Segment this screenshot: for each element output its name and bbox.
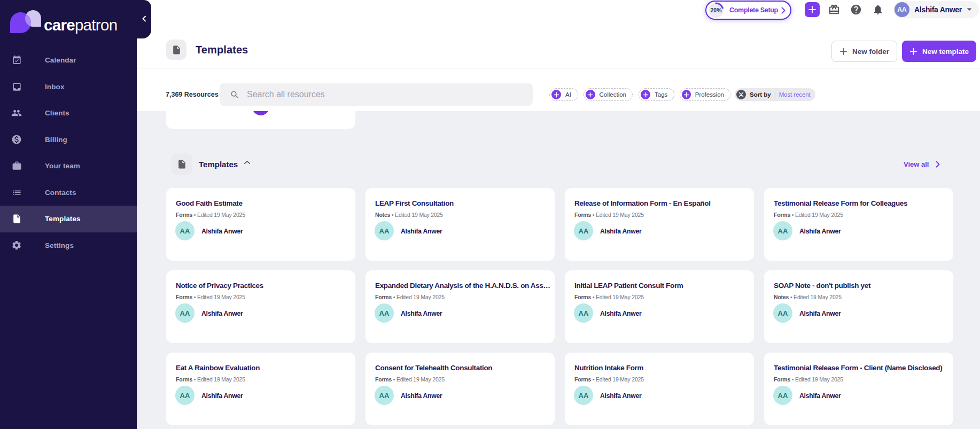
card-type: Forms (375, 294, 392, 300)
new-template-button[interactable]: New template (902, 41, 976, 62)
card-owner-name: Alshifa Anwer (600, 310, 642, 317)
card-owner-name: Alshifa Anwer (201, 228, 243, 235)
template-card[interactable]: LEAP First Consultation Notes • Edited 1… (365, 188, 555, 261)
card-owner-avatar: AA (773, 303, 792, 323)
template-card[interactable]: Eat A Rainbow Evaluation Forms • Edited … (166, 353, 355, 425)
template-card[interactable]: Consent for Telehealth Consultation Form… (365, 353, 555, 425)
card-owner-avatar: AA (175, 303, 195, 323)
section-icon-box (171, 153, 192, 175)
template-card[interactable]: Notice of Privacy Practices Forms • Edit… (166, 270, 355, 343)
partial-card[interactable] (166, 111, 355, 129)
sidebar-item-clients[interactable]: Clients (0, 100, 137, 127)
card-owner-name: Alshifa Anwer (600, 392, 642, 400)
sidebar-item-billing[interactable]: Billing (0, 127, 137, 153)
header-divider (137, 68, 980, 68)
filter-chip-collection[interactable]: Collection (584, 88, 633, 101)
new-folder-button[interactable]: New folder (831, 41, 897, 62)
content-area: Templates View all Good Faith Estimate F… (137, 111, 980, 429)
user-name: Alshifa Anwer (914, 5, 962, 14)
help-icon (850, 4, 862, 15)
close-icon (738, 92, 744, 97)
chevron-right-icon (936, 161, 940, 168)
template-card[interactable]: Initial LEAP Patient Consult Form Forms … (565, 270, 754, 343)
carepatron-logo-icon (10, 10, 41, 33)
sidebar-item-contacts[interactable]: Contacts (0, 180, 137, 206)
sort-value[interactable]: Most recent (779, 91, 811, 98)
card-title: LEAP First Consultation (375, 199, 553, 207)
card-title: Notice of Privacy Practices (176, 282, 353, 290)
logo-text-bold: care (44, 16, 75, 34)
carepatron-logo-text: carepatron (44, 17, 117, 33)
filter-chip-label: Collection (600, 91, 627, 98)
template-card[interactable]: Nutrition Intake Form Forms • Edited 19 … (565, 353, 754, 425)
carepatron-logo: carepatron (10, 10, 117, 33)
template-card[interactable]: Release of Information Form - En Español… (565, 188, 754, 261)
plus-icon (909, 48, 917, 56)
sidebar-item-label: Templates (45, 215, 81, 223)
card-owner-avatar: AA (175, 221, 195, 240)
calendar-icon (11, 55, 22, 66)
filter-chip-ai[interactable]: AI (549, 88, 578, 101)
card-meta: Forms • Edited 19 May 2025 (375, 376, 445, 383)
sidebar-collapse-button[interactable] (137, 0, 151, 38)
card-title: SOAP Note - don't publish yet (774, 282, 951, 290)
sidebar-item-calendar[interactable]: Calendar (0, 47, 137, 74)
card-owner-avatar: AA (773, 221, 792, 240)
card-edited: • Edited 19 May 2025 (789, 294, 842, 300)
search-icon (230, 90, 240, 100)
card-type: Forms (574, 294, 591, 300)
card-type: Forms (774, 212, 790, 218)
plus-circle-icon (586, 90, 595, 99)
template-card[interactable]: SOAP Note - don't publish yet Notes • Ed… (764, 270, 953, 343)
card-edited: • Edited 19 May 2025 (192, 294, 245, 300)
plus-circle-icon (682, 90, 691, 99)
card-meta: Forms • Edited 19 May 2025 (574, 294, 644, 300)
search-input[interactable] (247, 90, 533, 99)
notifications-button[interactable] (872, 3, 884, 16)
view-all-link[interactable]: View all (904, 160, 940, 168)
filter-chip-tags[interactable]: Tags (639, 88, 674, 101)
filter-chip-profession[interactable]: Profession (680, 88, 730, 101)
sidebar-item-inbox[interactable]: Inbox (0, 74, 137, 100)
card-owner-name: Alshifa Anwer (401, 392, 442, 400)
sidebar-nav: CalendarInboxClientsBillingYour teamCont… (0, 47, 137, 259)
template-card[interactable]: Good Faith Estimate Forms • Edited 19 Ma… (166, 188, 355, 261)
gifts-button[interactable] (828, 3, 841, 16)
complete-setup-button[interactable]: 20% Complete Setup (705, 1, 791, 20)
card-owner-avatar: AA (574, 303, 593, 323)
card-owner-avatar: AA (175, 386, 195, 405)
clear-sort-button[interactable] (736, 90, 746, 99)
sidebar-item-label: Calendar (45, 56, 76, 64)
card-type: Notes (774, 294, 789, 300)
sidebar-item-templates[interactable]: Templates (0, 206, 137, 232)
new-template-label: New template (922, 48, 969, 56)
card-title: Expanded Dietary Analysis of the H.A.N.D… (375, 282, 553, 290)
template-card[interactable]: Expanded Dietary Analysis of the H.A.N.D… (365, 270, 555, 343)
setup-percent: 20% (707, 2, 725, 19)
bell-icon (872, 4, 884, 15)
sidebar-item-your-team[interactable]: Your team (0, 153, 137, 180)
template-card[interactable]: Testimonial Release Form for Colleagues … (764, 188, 953, 261)
template-card[interactable]: Testimonial Release Form - Client (Name … (764, 353, 953, 425)
card-edited: • Edited 19 May 2025 (392, 294, 445, 300)
card-owner-name: Alshifa Anwer (201, 392, 243, 400)
clients-icon (11, 108, 22, 119)
card-meta: Forms • Edited 19 May 2025 (176, 212, 245, 218)
chevron-right-icon (781, 7, 785, 14)
sort-chip[interactable]: Sort by Most recent (735, 88, 815, 101)
new-folder-label: New folder (852, 48, 889, 56)
quick-add-button[interactable] (805, 2, 820, 17)
filter-chip-label: AI (565, 91, 571, 98)
account-menu[interactable]: AA Alshifa Anwer (893, 1, 979, 18)
chevron-up-icon[interactable] (244, 160, 251, 165)
card-owner-name: Alshifa Anwer (600, 228, 642, 235)
card-meta: Forms • Edited 19 May 2025 (375, 294, 445, 300)
templates-icon (11, 214, 22, 224)
sidebar-item-settings[interactable]: Settings (0, 232, 137, 259)
sidebar-item-label: Settings (45, 241, 74, 249)
help-button[interactable] (850, 3, 862, 16)
view-all-label: View all (904, 160, 929, 168)
card-meta: Forms • Edited 19 May 2025 (176, 294, 245, 300)
sidebar: carepatron CalendarInboxClientsBillingYo… (0, 0, 137, 429)
sidebar-item-label: Billing (45, 136, 67, 144)
